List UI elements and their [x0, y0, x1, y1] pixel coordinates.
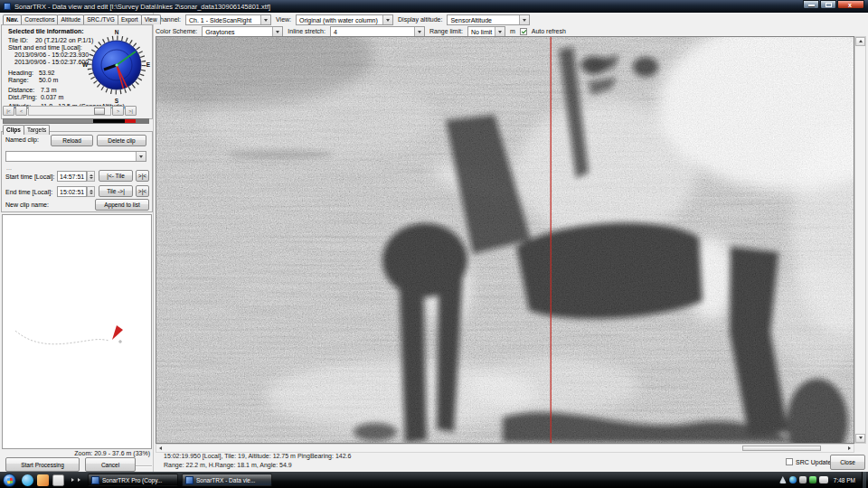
tile-coverage-bar	[3, 118, 149, 124]
tile-first-button[interactable]: |<	[3, 106, 14, 116]
taskbar-clock[interactable]: 7:48 PM	[834, 477, 855, 483]
chevron-down-icon[interactable]	[382, 15, 392, 24]
chevron-down-icon[interactable]	[272, 27, 282, 36]
tab-nav[interactable]: Nav.	[3, 14, 22, 24]
clip-ellipsis: ...	[6, 164, 12, 171]
cancel-button[interactable]: Cancel	[85, 457, 136, 472]
tab-view[interactable]: View	[141, 14, 161, 24]
view-toolbar: Channel: Ch. 1 - SideScanRight View: Ori…	[156, 14, 866, 36]
tray-icon-2[interactable]	[799, 476, 807, 483]
tab-targets[interactable]: Targets	[24, 125, 50, 135]
horizontal-scrollbar-thumb[interactable]	[742, 446, 821, 451]
tile-scrollbar[interactable]	[28, 106, 111, 116]
src-update-checkbox[interactable]	[786, 458, 793, 465]
tray-icon-1[interactable]	[789, 476, 797, 483]
tab-src-tvg[interactable]: SRC./TVG	[83, 14, 118, 24]
tab-export[interactable]: Export	[118, 14, 142, 24]
ping-status-line-2: Range: 22.2 m, H.Range: 18.1 m, Angle: 5…	[164, 462, 292, 468]
view-value: Original (with water column)	[299, 17, 378, 23]
start-snap-button[interactable]: >|<	[136, 170, 149, 182]
range-limit-label: Range limit:	[429, 28, 463, 34]
tile-scrollbar-thumb[interactable]	[94, 108, 105, 115]
tray-icon-3[interactable]	[809, 476, 816, 483]
scroll-up-button[interactable]	[855, 37, 865, 46]
view-label: View:	[276, 16, 291, 23]
new-clip-label: New clip name:	[5, 202, 49, 208]
titlebar: SonarTRX - Data view and edit [I:\Survey…	[0, 0, 868, 13]
chevron-down-icon[interactable]	[414, 27, 424, 36]
end-snap-button[interactable]: >|<	[136, 185, 149, 197]
tray-hidden-icons-chevron[interactable]	[779, 476, 787, 483]
delete-clip-button[interactable]: Delete clip	[97, 135, 146, 146]
reload-button[interactable]: Reload	[51, 135, 93, 146]
quicklaunch-icon-3[interactable]	[52, 474, 64, 486]
chevron-down-icon[interactable]	[260, 15, 270, 24]
tray-volume-icon[interactable]	[819, 476, 828, 483]
tile-last-button[interactable]: >|	[125, 106, 137, 116]
show-desktop-button[interactable]	[862, 472, 866, 488]
start-time-spinner[interactable]	[87, 171, 95, 182]
system-tray: 7:48 PM	[779, 472, 868, 488]
channel-select[interactable]: Ch. 1 - SideScanRight	[185, 14, 271, 25]
chevron-down-icon[interactable]	[519, 15, 529, 24]
range-limit-select[interactable]: No limit	[467, 26, 505, 37]
chevron-down-icon[interactable]	[495, 27, 505, 36]
selected-tile-heading: Selected tile information:	[8, 28, 84, 35]
view-select[interactable]: Original (with water column)	[296, 14, 393, 25]
maximize-button[interactable]	[820, 0, 836, 9]
scroll-down-button[interactable]	[855, 434, 865, 443]
tile-next-button[interactable]: >	[112, 106, 124, 116]
spin-down-icon	[90, 177, 93, 181]
color-scheme-value: Graytones	[205, 29, 234, 35]
start-button[interactable]	[3, 474, 16, 487]
start-tile-button[interactable]: |<- Tile	[99, 170, 133, 182]
range-value: 50.0 m	[39, 77, 58, 83]
src-update-label: SRC Update	[796, 459, 831, 465]
close-button[interactable]: Close	[830, 455, 865, 470]
sonar-vertical-scrollbar[interactable]	[854, 36, 866, 444]
clips-box: Named clip: Reload Delete clip ... Start…	[1, 131, 153, 212]
append-to-list-button[interactable]: Append to list	[95, 199, 149, 211]
zoom-range-label: Zoom: 20.9 - 37.6 m (33%)	[74, 450, 150, 456]
start-time-field[interactable]: 14:57:51	[57, 171, 87, 182]
tile-prev-button[interactable]: <	[15, 106, 27, 116]
taskbar-window-sonartrx-dataview[interactable]: SonarTRX - Data vie...	[182, 474, 272, 486]
close-icon: x	[848, 2, 852, 8]
quicklaunch-overflow-icon[interactable]	[70, 478, 82, 482]
tab-clips[interactable]: Clips	[3, 125, 24, 135]
color-scheme-select[interactable]: Graytones	[202, 26, 283, 37]
sonar-horizontal-scrollbar[interactable]	[156, 444, 854, 453]
quicklaunch-icon-1[interactable]	[22, 474, 33, 486]
named-clip-label: Named clip:	[5, 136, 51, 143]
quicklaunch-icon-2[interactable]	[37, 474, 49, 486]
taskbar-window-sonartrx-pro[interactable]: SonarTRX Pro (Copy...	[88, 474, 178, 486]
named-clip-select[interactable]	[5, 151, 146, 162]
heading-value: 53.92	[39, 70, 55, 76]
close-window-button[interactable]: x	[837, 0, 864, 9]
distance-value: 7.3 m	[41, 87, 57, 93]
start-processing-button[interactable]: Start Processing	[5, 457, 80, 472]
time-range-label: Start and end time [Local]:	[8, 44, 82, 52]
scroll-right-button[interactable]	[845, 445, 854, 452]
display-altitude-select[interactable]: SensorAltitude	[447, 14, 530, 25]
start-time-label: Start time [Local]:	[5, 174, 57, 180]
track-map-preview[interactable]	[2, 214, 152, 449]
auto-refresh-checkbox[interactable]	[520, 28, 527, 35]
end-time-spinner[interactable]	[87, 186, 95, 197]
end-tile-button[interactable]: Tile ->|	[99, 185, 133, 197]
sonartrx-app-icon	[91, 476, 99, 484]
dist-ping-label: Dist./Ping:	[8, 94, 39, 101]
position-cross-icon	[118, 340, 122, 343]
minimize-icon	[808, 5, 815, 6]
tab-corrections[interactable]: Corrections	[21, 14, 58, 24]
chevron-down-icon[interactable]	[136, 152, 146, 161]
tab-altitude[interactable]: Altitude	[57, 14, 84, 24]
sonar-image-view[interactable]	[156, 36, 854, 444]
inline-stretch-select[interactable]: 4	[330, 26, 425, 37]
tile-id-label: Tile ID:	[8, 37, 33, 44]
minimize-button[interactable]	[803, 0, 819, 9]
end-time-field[interactable]: 15:02:51	[57, 186, 87, 197]
sonartrx-app-icon	[185, 476, 193, 484]
heading-label: Heading:	[8, 70, 37, 77]
scroll-left-button[interactable]	[156, 445, 165, 452]
